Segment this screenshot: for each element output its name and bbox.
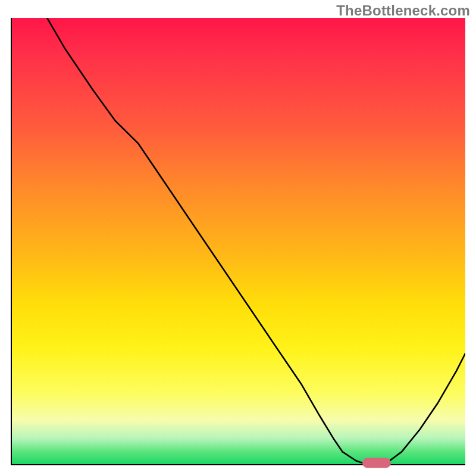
chart-container: TheBottleneck.com bbox=[0, 0, 476, 476]
optimal-marker bbox=[362, 458, 391, 468]
watermark-text: TheBottleneck.com bbox=[336, 2, 470, 19]
curve-layer bbox=[11, 18, 465, 465]
plot-area bbox=[11, 18, 465, 465]
bottleneck-curve bbox=[47, 18, 465, 465]
